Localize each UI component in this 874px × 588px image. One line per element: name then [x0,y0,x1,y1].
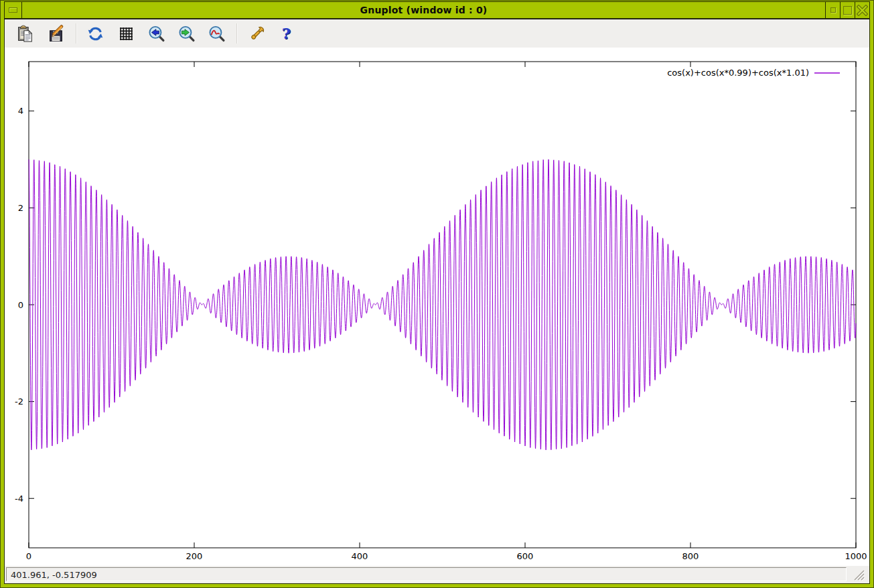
question-mark-icon: ? ? [277,25,295,43]
series-curve [29,159,856,450]
resize-grip[interactable] [852,568,865,581]
close-button[interactable] [855,2,869,18]
window-menu-icon [9,7,17,13]
x-tick-label: 1000 [845,551,867,561]
gnuplot-window: Gnuplot (window id : 0) [0,0,874,588]
x-tick-label: 200 [186,551,203,561]
minimize-icon [830,7,836,13]
replot-button[interactable] [85,23,105,44]
next-zoom-button[interactable] [176,23,196,44]
y-tick-label: -2 [15,396,23,407]
help-button[interactable]: ? ? [276,23,296,44]
toolbar: ? ? [5,19,869,48]
maximize-button[interactable] [840,2,855,18]
legend-label: cos(x)+cos(x*0.99)+cos(x*1.01) [667,68,809,78]
y-tick-label: 0 [18,300,23,310]
floppy-pencil-icon [47,25,65,43]
clipboard-copy-icon [17,25,35,43]
window-title: Gnuplot (window id : 0) [22,2,825,18]
wrench-icon [248,25,266,43]
toolbar-separator [76,23,77,44]
mouse-coordinates: 401.961, -0.517909 [6,567,847,581]
zoom-back-icon [147,25,165,43]
refresh-icon [86,25,104,43]
minimize-button[interactable] [825,2,840,18]
zoom-forward-icon [177,25,196,43]
legend-line-sample [814,72,840,74]
toggle-grid-button[interactable] [116,23,136,44]
configure-button[interactable] [246,23,267,44]
previous-zoom-button[interactable] [146,23,166,44]
series-polyline [29,159,856,450]
close-icon [857,5,868,16]
x-tick-label: 0 [26,551,31,561]
zoom-reset-icon [208,25,226,43]
window-content: ? ? 02004006008001000-4-2024 cos(x)+cos(… [4,19,870,584]
toolbar-separator [236,23,238,44]
plot-area[interactable]: 02004006008001000-4-2024 cos(x)+cos(x*0.… [5,48,869,566]
legend: cos(x)+cos(x*0.99)+cos(x*1.01) [667,67,840,78]
grid-icon [117,25,135,43]
copy-to-clipboard-button[interactable] [15,23,35,44]
maximize-icon [843,6,852,15]
x-tick-label: 600 [517,551,534,561]
y-tick-label: 4 [18,106,23,116]
x-tick-label: 800 [682,551,699,561]
statusbar: 401.961, -0.517909 [5,566,869,583]
y-tick-label: 2 [18,203,23,213]
window-menu-button[interactable] [5,2,22,18]
plot-canvas[interactable]: 02004006008001000-4-2024 [5,48,869,566]
y-tick-label: -4 [15,494,23,504]
x-tick-label: 400 [352,551,368,561]
titlebar[interactable]: Gnuplot (window id : 0) [4,1,870,19]
autoscale-restore-button[interactable] [206,23,226,44]
export-plot-button[interactable] [46,23,66,44]
svg-text:?: ? [281,25,290,42]
